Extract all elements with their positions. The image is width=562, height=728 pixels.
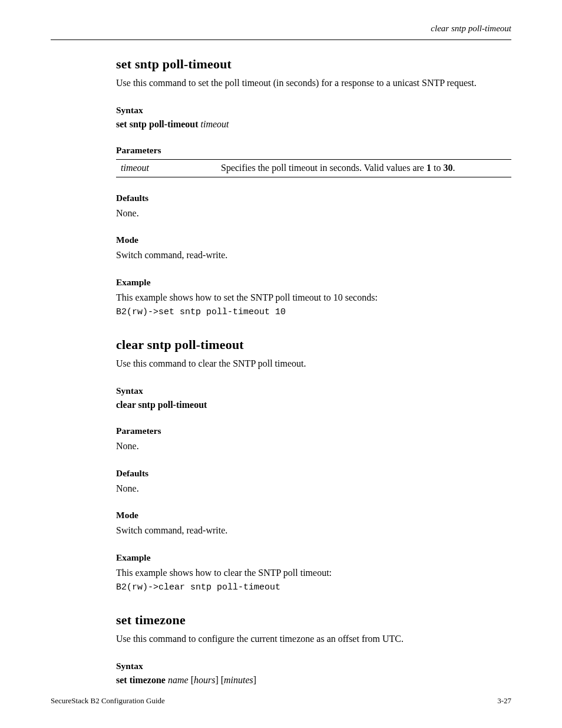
parameters-table: timeout Specifies the poll timeout in se… (116, 159, 511, 177)
text: . (452, 163, 455, 173)
table-row: timeout Specifies the poll timeout in se… (116, 160, 511, 177)
page-footer: SecureStack B2 Configuration Guide 3-27 (51, 696, 511, 706)
defaults-value: None. (116, 207, 511, 220)
syntax-arg: hours (194, 675, 215, 685)
example-text: This example shows how to clear the SNTP… (116, 566, 511, 579)
param-description: Specifies the poll timeout in seconds. V… (221, 163, 511, 173)
parameters-heading: Parameters (116, 145, 511, 156)
syntax-command: set timezone (116, 675, 168, 685)
syntax-heading: Syntax (116, 661, 511, 671)
defaults-heading: Defaults (116, 468, 511, 479)
syntax-arg: minutes (224, 675, 253, 685)
mode-value: Switch command, read‑write. (116, 249, 511, 262)
section-title: clear sntp poll-timeout (116, 337, 511, 353)
section-intro: Use this command to set the poll timeout… (116, 77, 511, 90)
example-code: B2(rw)->clear sntp poll-timeout (116, 582, 511, 592)
parameters-heading: Parameters (116, 426, 511, 436)
syntax-command: clear sntp poll-timeout (116, 400, 207, 410)
section-intro: Use this command to clear the SNTP poll … (116, 357, 511, 370)
defaults-heading: Defaults (116, 193, 511, 203)
text: [ (189, 675, 194, 685)
page: clear sntp poll-timeout set sntp poll-ti… (0, 0, 562, 728)
defaults-value: None. (116, 482, 511, 495)
syntax-line: set timezone name [hours] [minutes] (116, 675, 511, 686)
text: to (431, 163, 443, 173)
text: Specifies the poll timeout in seconds. V… (221, 163, 427, 173)
running-header: clear sntp poll-timeout (431, 24, 511, 34)
text-bold: 1 (427, 163, 431, 173)
example-text: This example shows how to set the SNTP p… (116, 291, 511, 304)
syntax-command: set sntp poll-timeout (116, 119, 199, 129)
text: ] [ (215, 675, 224, 685)
example-heading: Example (116, 277, 511, 288)
content-column: set sntp poll-timeout Use this command t… (116, 57, 511, 686)
text-bold: 30 (443, 163, 452, 173)
header-rule (51, 39, 511, 40)
example-code: B2(rw)->set sntp poll-timeout 10 (116, 307, 511, 317)
param-name: timeout (116, 163, 221, 173)
syntax-arg: name (168, 675, 189, 685)
syntax-heading: Syntax (116, 386, 511, 396)
mode-heading: Mode (116, 235, 511, 245)
syntax-heading: Syntax (116, 105, 511, 116)
section-title: set sntp poll-timeout (116, 57, 511, 72)
parameters-value: None. (116, 440, 511, 453)
section-title: set timezone (116, 612, 511, 628)
text: ] (253, 675, 256, 685)
mode-value: Switch command, read‑write. (116, 524, 511, 537)
footer-title: SecureStack B2 Configuration Guide (51, 696, 165, 706)
example-heading: Example (116, 552, 511, 563)
syntax-arg: timeout (201, 119, 229, 129)
footer-page-number: 3-27 (497, 696, 511, 706)
syntax-line: clear sntp poll-timeout (116, 400, 511, 410)
section-intro: Use this command to configure the curren… (116, 633, 511, 645)
mode-heading: Mode (116, 510, 511, 521)
syntax-line: set sntp poll-timeout timeout (116, 119, 511, 130)
